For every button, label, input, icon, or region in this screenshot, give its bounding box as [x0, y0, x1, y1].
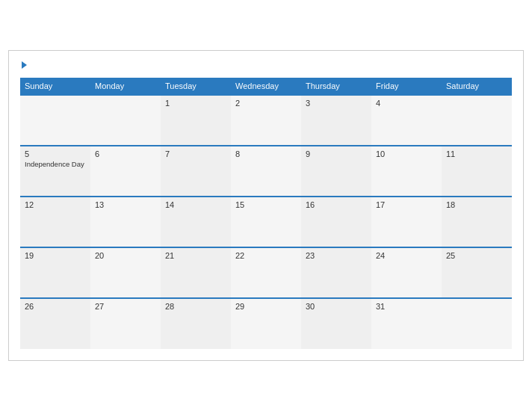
day-number: 16 — [306, 200, 367, 209]
week-row-3: 19202122232425 — [20, 247, 512, 298]
calendar-cell: 11 — [442, 146, 512, 197]
calendar-table: SundayMondayTuesdayWednesdayThursdayFrid… — [20, 78, 512, 349]
calendar-cell: 16 — [301, 197, 371, 247]
day-number: 3 — [306, 99, 367, 108]
day-number: 6 — [95, 149, 156, 158]
weekday-header-thursday: Thursday — [301, 78, 371, 95]
calendar-cell — [442, 298, 512, 349]
calendar-cell: 31 — [371, 298, 442, 349]
calendar-cell: 17 — [371, 197, 442, 247]
day-number: 4 — [376, 99, 437, 108]
calendar-cell: 12 — [20, 197, 90, 247]
day-number: 28 — [165, 302, 226, 311]
day-number: 21 — [165, 251, 226, 260]
day-number: 17 — [376, 200, 437, 209]
calendar-cell: 27 — [90, 298, 161, 349]
calendar-container: SundayMondayTuesdayWednesdayThursdayFrid… — [8, 50, 524, 361]
calendar-cell: 26 — [20, 298, 90, 349]
calendar-cell: 20 — [90, 247, 161, 298]
day-number: 22 — [235, 251, 297, 260]
day-number: 30 — [306, 302, 367, 311]
calendar-cell: 9 — [301, 146, 371, 197]
day-number: 19 — [25, 251, 86, 260]
day-number: 10 — [376, 149, 437, 158]
calendar-cell: 30 — [301, 298, 371, 349]
day-number: 25 — [446, 251, 507, 260]
day-number: 18 — [446, 200, 507, 209]
calendar-cell: 18 — [442, 197, 512, 247]
calendar-cell: 22 — [231, 247, 301, 298]
calendar-cell: 15 — [231, 197, 301, 247]
calendar-header — [20, 58, 512, 72]
logo — [20, 61, 27, 69]
day-number: 11 — [446, 149, 507, 158]
calendar-cell: 25 — [442, 247, 512, 298]
calendar-cell — [20, 95, 90, 146]
calendar-cell: 19 — [20, 247, 90, 298]
weekday-header-row: SundayMondayTuesdayWednesdayThursdayFrid… — [20, 78, 512, 95]
day-number: 24 — [376, 251, 437, 260]
calendar-cell: 10 — [371, 146, 442, 197]
calendar-cell: 2 — [231, 95, 301, 146]
week-row-2: 12131415161718 — [20, 197, 512, 247]
logo-triangle-icon — [22, 61, 27, 69]
calendar-cell: 29 — [231, 298, 301, 349]
weekday-header-saturday: Saturday — [442, 78, 512, 95]
day-number: 2 — [235, 99, 297, 108]
calendar-cell: 6 — [90, 146, 161, 197]
day-number: 12 — [25, 200, 86, 209]
calendar-cell: 23 — [301, 247, 371, 298]
day-number: 13 — [95, 200, 156, 209]
calendar-cell: 1 — [161, 95, 231, 146]
calendar-cell: 3 — [301, 95, 371, 146]
logo-blue-text — [20, 61, 27, 69]
weekday-header-sunday: Sunday — [20, 78, 90, 95]
day-number: 31 — [376, 302, 437, 311]
day-number: 7 — [165, 149, 226, 158]
day-number: 27 — [95, 302, 156, 311]
weekday-header-tuesday: Tuesday — [161, 78, 231, 95]
day-number: 9 — [306, 149, 367, 158]
weekday-header-wednesday: Wednesday — [231, 78, 301, 95]
calendar-cell: 5Independence Day — [20, 146, 90, 197]
weekday-header-monday: Monday — [90, 78, 161, 95]
calendar-cell: 28 — [161, 298, 231, 349]
day-event: Independence Day — [25, 160, 86, 168]
week-row-0: 1234 — [20, 95, 512, 146]
day-number: 8 — [235, 149, 297, 158]
weekday-header-friday: Friday — [371, 78, 442, 95]
calendar-cell: 8 — [231, 146, 301, 197]
day-number: 1 — [165, 99, 226, 108]
day-number: 14 — [165, 200, 226, 209]
calendar-cell: 21 — [161, 247, 231, 298]
day-number: 5 — [25, 149, 86, 158]
day-number: 26 — [25, 302, 86, 311]
day-number: 29 — [235, 302, 297, 311]
calendar-cell: 4 — [371, 95, 442, 146]
day-number: 15 — [235, 200, 297, 209]
week-row-1: 5Independence Day67891011 — [20, 146, 512, 197]
calendar-cell — [90, 95, 161, 146]
calendar-cell: 24 — [371, 247, 442, 298]
calendar-cell — [442, 95, 512, 146]
calendar-cell: 13 — [90, 197, 161, 247]
week-row-4: 262728293031 — [20, 298, 512, 349]
calendar-cell: 14 — [161, 197, 231, 247]
calendar-cell: 7 — [161, 146, 231, 197]
day-number: 20 — [95, 251, 156, 260]
day-number: 23 — [306, 251, 367, 260]
